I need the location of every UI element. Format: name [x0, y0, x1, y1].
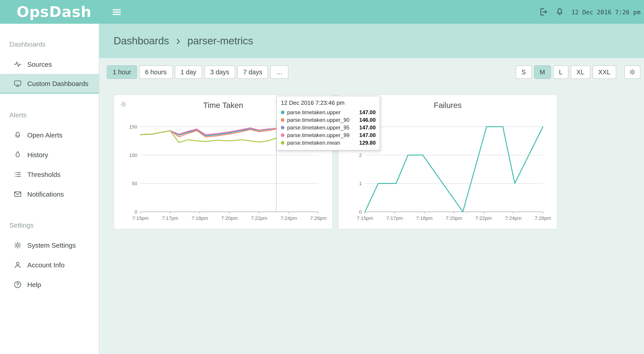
logout-icon[interactable] [538, 7, 548, 17]
size-button-m[interactable]: M [534, 65, 551, 79]
range-button-6-hours[interactable]: 6 hours [139, 65, 172, 79]
header-clock: 12 Dec 2016 7:26 pm [571, 8, 640, 16]
series-value: 146.00 [359, 117, 376, 123]
toolbar: 1 hour 6 hours 1 day 3 days 7 days … S M… [99, 65, 644, 79]
logo-area: OpsDash [0, 3, 99, 21]
sidebar-item-open-alerts[interactable]: Open Alerts [0, 125, 99, 145]
sidebar-section-dashboards: Dashboards Sources Custom Dashboards [0, 40, 99, 94]
flame-icon [14, 150, 22, 159]
x-tick-label: 7:24pm [505, 215, 522, 221]
x-tick-label: 7:20pm [446, 215, 462, 221]
dashboard-settings-button[interactable] [624, 65, 640, 79]
series-value: 147.00 [359, 124, 376, 130]
hamburger-icon[interactable] [111, 7, 122, 17]
size-button-l[interactable]: L [553, 65, 568, 79]
sidebar-item-label: Notifications [27, 190, 64, 198]
series-dot [281, 133, 284, 137]
x-tick-label: 7:18pm [416, 215, 432, 221]
sidebar-item-label: Account Info [27, 261, 64, 268]
sidebar-item-label: History [27, 151, 48, 158]
size-button-xl[interactable]: XL [571, 65, 590, 79]
sidebar-section-settings: Settings System Settings Account Info [0, 221, 99, 294]
breadcrumb-current: parser-metrics [188, 35, 253, 47]
series-name: parse.timetaken.upper_90 [287, 117, 357, 123]
sidebar-item-account-info[interactable]: Account Info [0, 255, 99, 274]
x-tick-label: 7:22pm [476, 215, 492, 221]
y-tick-label: 2 [359, 152, 362, 158]
bell-icon [14, 130, 22, 139]
y-tick-label: 0 [359, 209, 362, 215]
sidebar-item-label: Sources [27, 60, 52, 68]
sidebar-item-thresholds[interactable]: Thresholds [0, 164, 99, 184]
x-tick-label: 7:22pm [251, 215, 267, 221]
opsdash-app: OpsDash 12 Dec 2016 7:26 pm Dashboards S… [0, 0, 644, 354]
breadcrumb-dashboards[interactable]: Dashboards [114, 35, 169, 47]
series-value: 129.80 [359, 139, 376, 146]
series-name: parse.timetaken.upper [287, 109, 357, 115]
monitor-icon [14, 79, 22, 88]
x-tick-label: 7:15pm [132, 215, 148, 221]
range-button-3-days[interactable]: 3 days [204, 65, 235, 79]
series-value: 147.00 [359, 132, 376, 138]
x-tick-label: 7:15pm [357, 215, 373, 221]
bell-icon[interactable] [555, 7, 564, 17]
range-button-1-day[interactable]: 1 day [175, 65, 202, 79]
top-bar: OpsDash 12 Dec 2016 7:26 pm [0, 0, 644, 24]
x-tick-label: 7:20pm [221, 215, 238, 221]
series-dot [281, 118, 284, 122]
series-name: parse.timetaken.upper_99 [287, 132, 357, 138]
help-icon [14, 280, 22, 289]
main-content: Dashboards parser-metrics 1 hour 6 hours… [99, 24, 644, 354]
tooltip-row: parse.timetaken.upper_90146.00 [281, 116, 376, 124]
section-heading: Alerts [0, 111, 99, 120]
series-dot [281, 110, 284, 114]
sidebar-item-notifications[interactable]: Notifications [0, 184, 99, 204]
sidebar-item-label: Help [27, 281, 41, 288]
sidebar-item-custom-dashboards[interactable]: Custom Dashboards [0, 74, 99, 94]
envelope-icon [14, 190, 22, 198]
x-tick-label: 7:26pm [310, 215, 326, 221]
card-settings-icon[interactable] [120, 101, 127, 108]
y-tick-label: 100 [129, 152, 137, 158]
sidebar-item-history[interactable]: History [0, 145, 99, 164]
app-logo: OpsDash [16, 3, 92, 21]
series-dot [281, 126, 284, 129]
sidebar-item-label: Thresholds [27, 170, 60, 178]
y-tick-label: 150 [129, 124, 137, 130]
section-heading: Dashboards [0, 40, 99, 49]
tooltip-timestamp: 12 Dec 2016 7:23:46 pm [281, 99, 376, 106]
sidebar-item-label: System Settings [27, 241, 76, 249]
sidebar-item-help[interactable]: Help [0, 274, 99, 294]
x-tick-label: 7:17pm [162, 215, 178, 221]
range-button-more[interactable]: … [270, 65, 288, 79]
sidebar-item-system-settings[interactable]: System Settings [0, 235, 99, 255]
y-tick-label: 0 [134, 209, 137, 215]
sidebar-item-label: Open Alerts [27, 131, 62, 139]
chart-tooltip: 12 Dec 2016 7:23:46 pm parse.timetaken.u… [276, 96, 380, 150]
x-tick-label: 7:24pm [281, 215, 297, 221]
y-tick-label: 50 [132, 181, 137, 186]
tooltip-row: parse.timetaken.upper_99147.00 [281, 131, 376, 139]
range-button-1-hour[interactable]: 1 hour [107, 65, 137, 79]
sidebar-item-sources[interactable]: Sources [0, 54, 99, 74]
tooltip-row: parse.timetaken.upper_95147.00 [281, 124, 376, 131]
size-button-s[interactable]: S [516, 65, 532, 79]
time-range-group: 1 hour 6 hours 1 day 3 days 7 days … [107, 65, 288, 79]
series-line-failures [365, 127, 543, 212]
tooltip-rows: parse.timetaken.upper147.00parse.timetak… [281, 108, 376, 146]
list-icon [14, 170, 22, 179]
size-button-xxl[interactable]: XXL [592, 65, 616, 79]
breadcrumb: Dashboards parser-metrics [99, 24, 644, 58]
x-tick-label: 7:26pm [535, 215, 551, 221]
tooltip-row: parse.timetaken.upper147.00 [281, 108, 376, 116]
series-name: parse.timetaken.mean [287, 139, 357, 146]
gear-icon [629, 69, 636, 76]
waveform-icon [14, 60, 22, 68]
user-icon [14, 260, 22, 269]
gear-icon [14, 241, 22, 249]
sidebar-item-label: Custom Dashboards [27, 80, 88, 87]
range-button-7-days[interactable]: 7 days [237, 65, 268, 79]
x-tick-label: 7:17pm [386, 215, 403, 221]
series-dot [281, 141, 284, 144]
section-heading: Settings [0, 221, 99, 230]
